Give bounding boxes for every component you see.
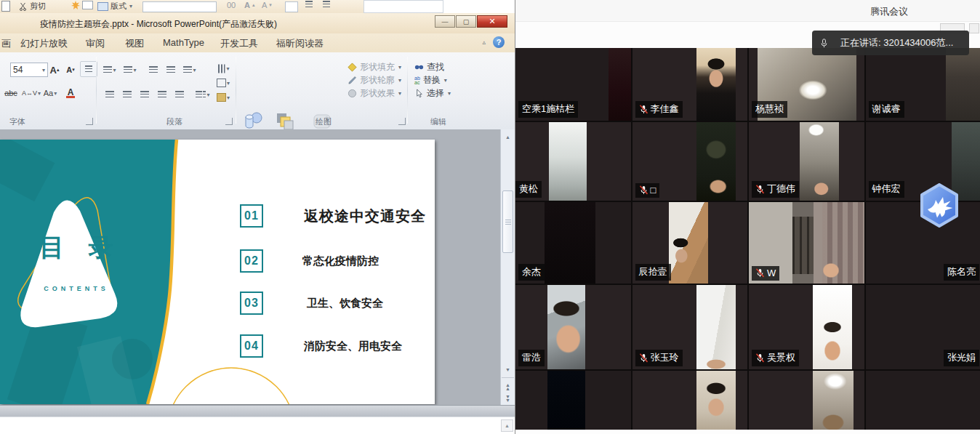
collapse-ribbon-icon[interactable]: ▵ — [482, 39, 486, 46]
decrease-indent-button[interactable] — [145, 63, 161, 77]
participant-tile[interactable] — [749, 371, 864, 430]
align-right-button[interactable] — [137, 87, 153, 102]
increase-indent-button[interactable] — [163, 63, 179, 77]
toc-item-4[interactable]: 04 消防安全、用电安全 — [240, 334, 402, 358]
scroll-down-button[interactable]: ▼ — [502, 363, 514, 375]
line-spacing-button[interactable]: ▾ — [182, 63, 198, 77]
ppt-titlebar[interactable]: 疫情防控主题班会.pptx - Microsoft PowerPoint(产品激… — [0, 13, 515, 34]
participant-tile[interactable]: 张光娟 — [866, 285, 980, 369]
tab-developer[interactable]: 开发工具 — [220, 37, 258, 50]
paragraph-dialog-launcher[interactable] — [225, 118, 233, 125]
notes-pane[interactable] — [0, 417, 515, 434]
participant-tile[interactable]: 谢诚睿 — [866, 48, 980, 121]
change-case-button[interactable]: Aa▾ — [42, 86, 58, 100]
numbering-button[interactable]: ▾ — [122, 63, 138, 77]
help-button[interactable]: ? — [493, 36, 505, 48]
participant-name-label: W — [752, 266, 779, 281]
find-button[interactable]: 查找 — [414, 61, 444, 73]
tab-view[interactable]: 视图 — [125, 37, 144, 50]
participant-tile[interactable]: 黄松 — [515, 122, 631, 201]
ppt-ribbon: 54▾ A▴ A▾ abc A↔V▾ Aa▾ A 字体 ▾ ▾ ▾ ▾ ▾ ▾ … — [0, 52, 515, 130]
columns-button[interactable]: ▾ — [195, 87, 211, 102]
speaking-indicator-banner: 正在讲话: 3201434006范... — [812, 31, 969, 55]
shape-outline-icon — [348, 76, 357, 85]
participant-tile[interactable]: 李佳鑫 — [632, 48, 748, 121]
participant-tile[interactable]: 余杰 — [515, 202, 631, 284]
maximize-button[interactable]: ▢ — [456, 15, 476, 28]
next-slide-button[interactable]: ▼▼ — [502, 393, 514, 404]
slide-canvas[interactable]: 目 录 CONTENTS 01 返校途中交通安全 02 常态化疫情防控 03 卫… — [0, 129, 500, 405]
participant-name: 辰拾壹 — [639, 265, 667, 278]
xunlei-floating-icon[interactable] — [918, 183, 960, 228]
clipboard-icon[interactable] — [1, 1, 10, 12]
character-spacing-button[interactable]: A↔V▾ — [23, 86, 39, 100]
tab-foxit[interactable]: 福昕阅读器 — [276, 37, 324, 50]
participant-name-label: 陈名亮 — [944, 264, 979, 281]
tab-review[interactable]: 审阅 — [86, 37, 105, 50]
align-center-button[interactable] — [119, 87, 135, 102]
participant-tile[interactable]: 辰拾壹 — [632, 202, 748, 284]
toc-item-3[interactable]: 03 卫生、饮食安全 — [240, 292, 383, 315]
font-name-combobox[interactable] — [142, 1, 217, 12]
participant-name: 吴景权 — [767, 351, 795, 364]
video-feed — [696, 122, 736, 201]
drawing-dialog-launcher[interactable] — [398, 118, 406, 125]
list-ghost-icon[interactable] — [305, 1, 313, 7]
shrink-font-ghost[interactable]: A▾ — [262, 1, 272, 9]
minimize-button[interactable]: — — [435, 15, 455, 28]
tab-slideshow[interactable]: 幻灯片放映 — [20, 37, 68, 50]
font-color-button[interactable]: A — [63, 86, 79, 100]
participant-tile[interactable]: 空乘1施桔栏 — [515, 48, 631, 121]
justify-button[interactable] — [154, 87, 170, 102]
grow-font-ghost[interactable]: A▴ — [244, 1, 254, 9]
toc-item-2[interactable]: 02 常态化疫情防控 — [240, 249, 379, 273]
font-dialog-launcher[interactable] — [86, 118, 93, 125]
cut-button[interactable]: 剪切 — [19, 1, 46, 12]
meeting-titlebar[interactable]: 腾讯会议 — [515, 0, 980, 22]
tab-animation-clipped[interactable]: 画 — [1, 37, 11, 50]
close-button[interactable]: ✕ — [477, 15, 507, 28]
ruby-ghost-button[interactable] — [285, 1, 298, 12]
new-slide-icon[interactable] — [71, 1, 93, 9]
layout-button[interactable]: 版式 ▾ — [97, 1, 132, 12]
bullets-button[interactable]: ▾ — [102, 63, 118, 77]
notes-scroll-up-button[interactable]: ▲ — [501, 419, 513, 432]
participant-name-label: 雷浩 — [518, 350, 545, 366]
participant-tile[interactable]: 张玉玲 — [632, 285, 748, 369]
vertical-scrollbar[interactable]: ▲ ▼ ▲▲ ▼▼ — [500, 129, 515, 405]
strikethrough-button[interactable]: abc — [3, 86, 19, 100]
participant-tile[interactable] — [632, 371, 748, 430]
list-ghost-icon[interactable] — [323, 1, 330, 7]
replace-button[interactable]: abac 替换▾ — [414, 74, 447, 87]
distribute-button[interactable] — [172, 87, 188, 102]
grow-font-button[interactable]: A▴ — [47, 63, 63, 77]
shape-outline-button[interactable]: 形状轮廓▾ — [348, 74, 401, 87]
text-direction-button[interactable]: ▾ — [215, 61, 231, 76]
ruby-guide-button[interactable] — [80, 61, 97, 77]
participant-tile[interactable] — [866, 371, 980, 430]
participant-tile[interactable]: 杨慧祯 — [749, 48, 864, 121]
shape-fill-button[interactable]: 形状填充▾ — [348, 61, 401, 73]
convert-smartart-button[interactable]: ▾ — [215, 90, 231, 105]
participant-tile[interactable]: □ — [632, 122, 748, 201]
align-text-button[interactable]: ▾ — [215, 76, 231, 90]
shapes-button[interactable]: 形状▾ — [238, 110, 268, 130]
toc-item-1[interactable]: 01 返校途中交通安全 — [240, 204, 426, 228]
shape-effects-button[interactable]: 形状效果▾ — [348, 87, 401, 100]
previous-slide-button[interactable]: ▲▲ — [502, 381, 514, 393]
align-left-button[interactable] — [102, 87, 118, 102]
participant-tile[interactable]: 丁德伟 — [749, 122, 864, 201]
font-group-label: 字体 — [0, 116, 39, 127]
scroll-up-button[interactable]: ▲ — [502, 131, 514, 142]
select-button[interactable]: 选择▾ — [414, 87, 451, 100]
font-size-combobox[interactable]: 54▾ — [10, 63, 48, 77]
fullscreen-button[interactable] — [969, 23, 979, 33]
participant-tile[interactable] — [515, 371, 631, 430]
participant-tile[interactable]: 雷浩 — [515, 285, 631, 369]
slide[interactable]: 目 录 CONTENTS 01 返校途中交通安全 02 常态化疫情防控 03 卫… — [0, 140, 435, 404]
scrollbar-thumb[interactable] — [502, 190, 513, 253]
tab-mathtype[interactable]: MathType — [163, 37, 204, 48]
participant-tile[interactable]: 吴景权 — [749, 285, 864, 369]
shrink-font-button[interactable]: A▾ — [63, 63, 79, 77]
participant-tile[interactable]: W — [749, 202, 864, 284]
